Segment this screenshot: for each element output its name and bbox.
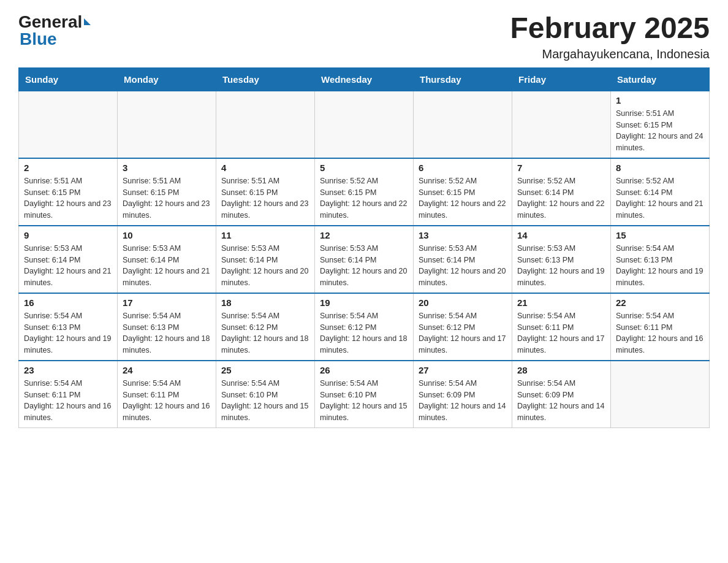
sunset-text: Sunset: 6:14 PM [320, 255, 408, 266]
day-info: Sunrise: 5:51 AMSunset: 6:15 PMDaylight:… [616, 108, 704, 154]
day-info: Sunrise: 5:51 AMSunset: 6:15 PMDaylight:… [221, 175, 309, 221]
day-number: 6 [419, 163, 507, 173]
day-info: Sunrise: 5:52 AMSunset: 6:15 PMDaylight:… [419, 175, 507, 221]
day-number: 5 [320, 163, 408, 173]
calendar-week-row: 1Sunrise: 5:51 AMSunset: 6:15 PMDaylight… [19, 91, 710, 158]
sunset-text: Sunset: 6:10 PM [221, 389, 309, 401]
sunrise-text: Sunrise: 5:51 AM [123, 175, 211, 187]
sunset-text: Sunset: 6:12 PM [419, 322, 507, 334]
sunrise-text: Sunrise: 5:54 AM [24, 378, 112, 389]
sunrise-text: Sunrise: 5:54 AM [320, 378, 408, 389]
daylight-text: Daylight: 12 hours and 16 minutes. [123, 400, 211, 424]
calendar-cell: 15Sunrise: 5:54 AMSunset: 6:13 PMDayligh… [611, 226, 710, 293]
day-info: Sunrise: 5:54 AMSunset: 6:12 PMDaylight:… [320, 310, 408, 356]
sunset-text: Sunset: 6:10 PM [320, 389, 408, 401]
sunrise-text: Sunrise: 5:53 AM [419, 243, 507, 255]
sunrise-text: Sunrise: 5:51 AM [24, 175, 112, 187]
daylight-text: Daylight: 12 hours and 18 minutes. [221, 333, 309, 356]
sunrise-text: Sunrise: 5:53 AM [123, 243, 211, 255]
sunrise-text: Sunrise: 5:54 AM [419, 378, 507, 389]
calendar-cell: 2Sunrise: 5:51 AMSunset: 6:15 PMDaylight… [19, 158, 118, 226]
sunrise-text: Sunrise: 5:54 AM [419, 310, 507, 322]
calendar-cell: 25Sunrise: 5:54 AMSunset: 6:10 PMDayligh… [216, 361, 315, 428]
calendar-cell: 4Sunrise: 5:51 AMSunset: 6:15 PMDaylight… [216, 158, 315, 226]
daylight-text: Daylight: 12 hours and 17 minutes. [517, 333, 605, 356]
day-info: Sunrise: 5:54 AMSunset: 6:09 PMDaylight:… [517, 378, 605, 424]
weekday-header-row: SundayMondayTuesdayWednesdayThursdayFrid… [19, 67, 710, 91]
day-number: 28 [517, 365, 605, 375]
daylight-text: Daylight: 12 hours and 18 minutes. [123, 333, 211, 356]
sunset-text: Sunset: 6:11 PM [123, 389, 211, 401]
day-number: 14 [517, 230, 605, 240]
daylight-text: Daylight: 12 hours and 21 minutes. [123, 266, 211, 289]
day-number: 20 [419, 297, 507, 308]
location-subtitle: Margahayukencana, Indonesia [510, 47, 710, 61]
calendar-week-row: 23Sunrise: 5:54 AMSunset: 6:11 PMDayligh… [19, 361, 710, 428]
sunset-text: Sunset: 6:09 PM [419, 389, 507, 401]
day-number: 17 [123, 297, 211, 308]
calendar-cell: 21Sunrise: 5:54 AMSunset: 6:11 PMDayligh… [512, 293, 611, 361]
day-info: Sunrise: 5:53 AMSunset: 6:14 PMDaylight:… [123, 243, 211, 289]
day-info: Sunrise: 5:53 AMSunset: 6:14 PMDaylight:… [24, 243, 112, 289]
sunset-text: Sunset: 6:15 PM [419, 187, 507, 199]
weekday-header-sunday: Sunday [19, 67, 118, 91]
day-info: Sunrise: 5:54 AMSunset: 6:12 PMDaylight:… [221, 310, 309, 356]
title-area: February 2025 Margahayukencana, Indonesi… [510, 12, 710, 61]
day-number: 18 [221, 297, 309, 308]
sunset-text: Sunset: 6:15 PM [616, 120, 704, 131]
daylight-text: Daylight: 12 hours and 14 minutes. [517, 400, 605, 424]
calendar-cell: 10Sunrise: 5:53 AMSunset: 6:14 PMDayligh… [118, 226, 216, 293]
calendar-cell: 1Sunrise: 5:51 AMSunset: 6:15 PMDaylight… [611, 91, 710, 158]
day-number: 21 [517, 297, 605, 308]
daylight-text: Daylight: 12 hours and 14 minutes. [419, 400, 507, 424]
sunset-text: Sunset: 6:11 PM [517, 322, 605, 334]
calendar-cell: 12Sunrise: 5:53 AMSunset: 6:14 PMDayligh… [315, 226, 414, 293]
calendar-cell [216, 91, 315, 158]
calendar-cell: 6Sunrise: 5:52 AMSunset: 6:15 PMDaylight… [414, 158, 512, 226]
calendar-cell: 8Sunrise: 5:52 AMSunset: 6:14 PMDaylight… [611, 158, 710, 226]
day-number: 11 [221, 230, 309, 240]
calendar-cell: 18Sunrise: 5:54 AMSunset: 6:12 PMDayligh… [216, 293, 315, 361]
daylight-text: Daylight: 12 hours and 18 minutes. [320, 333, 408, 356]
sunrise-text: Sunrise: 5:54 AM [123, 378, 211, 389]
day-info: Sunrise: 5:52 AMSunset: 6:14 PMDaylight:… [517, 175, 605, 221]
calendar-cell: 22Sunrise: 5:54 AMSunset: 6:11 PMDayligh… [611, 293, 710, 361]
weekday-header-tuesday: Tuesday [216, 67, 315, 91]
sunset-text: Sunset: 6:15 PM [320, 187, 408, 199]
day-info: Sunrise: 5:52 AMSunset: 6:14 PMDaylight:… [616, 175, 704, 221]
logo-arrow-icon [84, 18, 91, 25]
daylight-text: Daylight: 12 hours and 15 minutes. [221, 400, 309, 424]
day-info: Sunrise: 5:54 AMSunset: 6:09 PMDaylight:… [419, 378, 507, 424]
calendar-cell [118, 91, 216, 158]
weekday-header-monday: Monday [118, 67, 216, 91]
sunset-text: Sunset: 6:14 PM [517, 187, 605, 199]
daylight-text: Daylight: 12 hours and 23 minutes. [24, 198, 112, 221]
sunrise-text: Sunrise: 5:54 AM [616, 310, 704, 322]
calendar-cell [315, 91, 414, 158]
calendar-cell [512, 91, 611, 158]
day-number: 19 [320, 297, 408, 308]
day-number: 25 [221, 365, 309, 375]
calendar-week-row: 9Sunrise: 5:53 AMSunset: 6:14 PMDaylight… [19, 226, 710, 293]
calendar-cell: 17Sunrise: 5:54 AMSunset: 6:13 PMDayligh… [118, 293, 216, 361]
sunrise-text: Sunrise: 5:54 AM [123, 310, 211, 322]
day-info: Sunrise: 5:54 AMSunset: 6:13 PMDaylight:… [123, 310, 211, 356]
sunset-text: Sunset: 6:12 PM [221, 322, 309, 334]
calendar-cell: 19Sunrise: 5:54 AMSunset: 6:12 PMDayligh… [315, 293, 414, 361]
calendar-cell: 3Sunrise: 5:51 AMSunset: 6:15 PMDaylight… [118, 158, 216, 226]
weekday-header-saturday: Saturday [611, 67, 710, 91]
sunset-text: Sunset: 6:15 PM [24, 187, 112, 199]
day-info: Sunrise: 5:54 AMSunset: 6:13 PMDaylight:… [24, 310, 112, 356]
sunset-text: Sunset: 6:11 PM [24, 389, 112, 401]
day-number: 16 [24, 297, 112, 308]
weekday-header-wednesday: Wednesday [315, 67, 414, 91]
sunset-text: Sunset: 6:12 PM [320, 322, 408, 334]
day-number: 27 [419, 365, 507, 375]
sunrise-text: Sunrise: 5:54 AM [517, 378, 605, 389]
weekday-header-thursday: Thursday [414, 67, 512, 91]
sunrise-text: Sunrise: 5:53 AM [517, 243, 605, 255]
day-info: Sunrise: 5:53 AMSunset: 6:14 PMDaylight:… [320, 243, 408, 289]
day-info: Sunrise: 5:53 AMSunset: 6:13 PMDaylight:… [517, 243, 605, 289]
day-number: 15 [616, 230, 704, 240]
daylight-text: Daylight: 12 hours and 21 minutes. [24, 266, 112, 289]
